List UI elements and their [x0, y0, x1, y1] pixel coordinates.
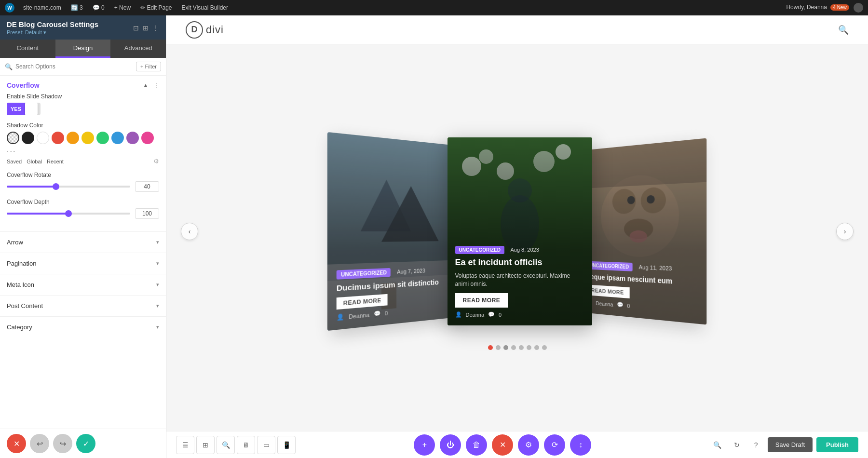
- toolbar-help-icon[interactable]: ?: [748, 437, 764, 453]
- toolbar-right: 🔍 ↻ ? Save Draft Publish: [710, 437, 858, 453]
- toolbar-settings-button[interactable]: ⚙: [518, 434, 539, 456]
- carousel-prev-arrow[interactable]: ‹: [181, 223, 198, 240]
- site-name-bar-item[interactable]: site-name.com: [19, 4, 65, 11]
- color-swatch-6[interactable]: [96, 132, 109, 144]
- meta-icon-collapse-icon: ▾: [156, 282, 159, 288]
- panel-icon-1[interactable]: ⊡: [133, 24, 139, 32]
- color-swatch-5[interactable]: [81, 132, 94, 144]
- carousel-slide-center[interactable]: UNCATEGORIZED Aug 8, 2023 Ea et incidunt…: [448, 137, 592, 325]
- toolbar-delete-button[interactable]: 🗑: [466, 434, 487, 456]
- dot-1[interactable]: [488, 345, 493, 350]
- arrow-section-header[interactable]: Arrow ▾: [0, 232, 166, 253]
- new-bar-item[interactable]: + New: [110, 4, 135, 11]
- comments-bar-item[interactable]: 💬 0: [89, 4, 108, 11]
- save-draft-button[interactable]: Save Draft: [768, 437, 813, 452]
- undo-button[interactable]: ↩: [30, 434, 49, 453]
- slide-left-comment-icon: 💬: [373, 310, 380, 317]
- color-more-icon[interactable]: ···: [7, 147, 159, 156]
- dot-8[interactable]: [542, 345, 547, 350]
- coverflow-depth-track[interactable]: [7, 213, 130, 215]
- slide-center-read-more[interactable]: READ MORE: [455, 293, 508, 308]
- toolbar-reorder-button[interactable]: ↕: [570, 434, 591, 456]
- dot-2[interactable]: [496, 345, 501, 350]
- publish-button[interactable]: Publish: [816, 437, 858, 452]
- coverflow-depth-thumb[interactable]: [65, 210, 72, 217]
- panel-icon-3[interactable]: ⋮: [152, 24, 159, 32]
- coverflow-depth-value[interactable]: 100: [135, 208, 159, 219]
- cancel-button[interactable]: ✕: [7, 434, 26, 453]
- toolbar-tablet-icon[interactable]: ▭: [257, 436, 275, 454]
- dot-4[interactable]: [511, 345, 516, 350]
- color-swatch-3[interactable]: [52, 132, 64, 144]
- slide-right-read-more[interactable]: READ MORE: [586, 284, 629, 298]
- wp-logo[interactable]: W: [5, 3, 14, 13]
- color-swatch-4[interactable]: [67, 132, 79, 144]
- coverflow-rotate-thumb[interactable]: [53, 183, 59, 190]
- coverflow-depth-row: Coverflow Depth 100: [7, 199, 159, 219]
- coverflow-collapse-arrow[interactable]: ▲: [143, 82, 149, 89]
- toolbar-desktop-icon[interactable]: 🖥: [237, 436, 255, 454]
- toolbar-power-button[interactable]: ⏻: [440, 434, 461, 456]
- tab-design[interactable]: Design: [55, 40, 111, 58]
- panel-preset[interactable]: Preset: Default ▾: [7, 29, 98, 36]
- color-swatch-7[interactable]: [111, 132, 124, 144]
- slide-left-read-more[interactable]: READ MORE: [336, 294, 387, 310]
- notifications-bar-item[interactable]: 🔄 3: [67, 4, 87, 11]
- toolbar-cancel-button[interactable]: ✕: [492, 434, 513, 456]
- carousel-next-arrow[interactable]: ›: [836, 223, 854, 240]
- dot-6[interactable]: [527, 345, 531, 350]
- coverflow-rotate-value[interactable]: 40: [135, 181, 159, 192]
- slide-right-content: UNCATEGORIZED Aug 11, 2023 Neque ipsam n…: [579, 252, 706, 324]
- toolbar-wireframe-icon[interactable]: ↻: [729, 437, 745, 453]
- tab-advanced[interactable]: Advanced: [110, 40, 166, 58]
- panel-bottom-bar: ✕ ↩ ↪ ✓: [0, 429, 166, 458]
- meta-icon-section-header[interactable]: Meta Icon ▾: [0, 274, 166, 295]
- redo-button[interactable]: ↪: [53, 434, 72, 453]
- site-logo: D divi: [186, 21, 224, 39]
- toolbar-grid-icon[interactable]: ⊞: [196, 436, 215, 454]
- post-content-section-header[interactable]: Post Content ▾: [0, 296, 166, 316]
- toolbar-search-icon[interactable]: 🔍: [217, 436, 235, 454]
- arrow-section: Arrow ▾: [0, 231, 166, 253]
- confirm-button[interactable]: ✓: [76, 434, 95, 453]
- toolbar-history-button[interactable]: ⟳: [544, 434, 565, 456]
- category-section-header[interactable]: Category ▾: [0, 317, 166, 337]
- dot-3[interactable]: [503, 345, 508, 350]
- coverflow-menu-icon[interactable]: ⋮: [153, 82, 159, 89]
- site-search-icon[interactable]: 🔍: [838, 25, 849, 35]
- color-saved-tab[interactable]: Saved: [7, 159, 22, 164]
- color-recent-tab[interactable]: Recent: [47, 159, 64, 164]
- toolbar-menu-icon[interactable]: ☰: [176, 436, 194, 454]
- color-swatch-0[interactable]: [7, 132, 19, 144]
- coverflow-section-header[interactable]: Coverflow ▲ ⋮: [0, 76, 166, 93]
- exit-builder-bar-item[interactable]: Exit Visual Builder: [178, 4, 232, 11]
- color-swatch-9[interactable]: [141, 132, 154, 144]
- color-settings-icon[interactable]: ⚙: [153, 158, 159, 165]
- category-collapse-icon: ▾: [156, 324, 159, 330]
- slide-center-date: Aug 8, 2023: [510, 247, 539, 253]
- coverflow-rotate-label: Coverflow Rotate: [7, 172, 159, 178]
- slide-center-content: UNCATEGORIZED Aug 8, 2023 Ea et incidunt…: [448, 237, 592, 325]
- panel-header-icons: ⊡ ⊞ ⋮: [133, 24, 159, 32]
- pagination-section-header[interactable]: Pagination ▾: [0, 253, 166, 274]
- enable-shadow-toggle[interactable]: YES: [7, 103, 41, 115]
- tab-content[interactable]: Content: [0, 40, 55, 58]
- filter-button[interactable]: + Filter: [136, 62, 161, 71]
- carousel-slide-left[interactable]: UNCATEGORIZED Aug 7, 2023 Ducimus ipsum …: [327, 132, 460, 331]
- coverflow-section-title: Coverflow: [7, 81, 40, 89]
- color-swatch-8[interactable]: [126, 132, 139, 144]
- dot-7[interactable]: [534, 345, 539, 350]
- carousel-slide-right[interactable]: UNCATEGORIZED Aug 11, 2023 Neque ipsam n…: [579, 138, 706, 324]
- dot-5[interactable]: [519, 345, 524, 350]
- coverflow-rotate-track[interactable]: [7, 186, 130, 188]
- toolbar-mobile-icon[interactable]: 📱: [277, 436, 296, 454]
- edit-page-bar-item[interactable]: ✏ Edit Page: [136, 4, 176, 11]
- color-swatch-2[interactable]: [37, 132, 49, 144]
- search-options-input[interactable]: [15, 63, 133, 70]
- pagination-section: Pagination ▾: [0, 253, 166, 274]
- color-global-tab[interactable]: Global: [27, 159, 42, 164]
- color-swatch-1[interactable]: [22, 132, 34, 144]
- toolbar-add-button[interactable]: +: [414, 434, 435, 456]
- toolbar-zoom-icon[interactable]: 🔍: [710, 437, 725, 453]
- panel-icon-2[interactable]: ⊞: [143, 24, 149, 32]
